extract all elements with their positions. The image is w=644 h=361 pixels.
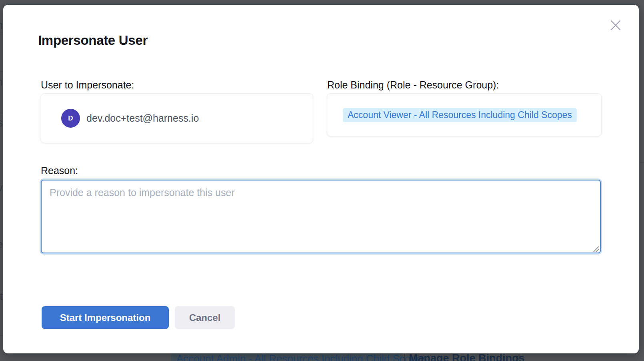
- close-icon: [610, 19, 622, 31]
- background-divider: [0, 335, 3, 336]
- background-separator: |: [518, 352, 520, 361]
- impersonate-user-dialog: Impersonate User User to Impersonate: Ro…: [3, 5, 639, 353]
- background-divider: [639, 162, 644, 163]
- background-text-fragment: ev: [0, 181, 3, 195]
- background-divider: [0, 114, 3, 114]
- reason-label: Reason:: [41, 165, 78, 176]
- background-divider: [0, 71, 3, 72]
- user-email: dev.doc+test@harness.io: [86, 112, 199, 124]
- role-binding-card: Account Viewer - All Resources Including…: [327, 93, 602, 136]
- user-to-impersonate-label: User to Impersonate:: [41, 79, 134, 91]
- background-text-fragment: ct: [0, 290, 3, 303]
- user-card: D dev.doc+test@harness.io: [41, 93, 313, 143]
- background-separator: |: [403, 352, 406, 361]
- background-manage-role-bindings-link: Manage Role Bindings: [409, 352, 525, 361]
- background-text-fragment: n: [0, 18, 3, 32]
- user-avatar: D: [61, 109, 80, 128]
- close-button[interactable]: [607, 17, 624, 34]
- role-binding-label: Role Binding (Role - Resource Group):: [327, 79, 499, 91]
- background-text-fragment: ve: [0, 238, 3, 251]
- role-binding-badge: Account Viewer - All Resources Including…: [343, 108, 577, 122]
- start-impersonation-button[interactable]: Start Impersonation: [42, 306, 169, 329]
- background-role-binding-label: Account Admin - All Resources Including …: [176, 353, 427, 361]
- background-text-fragment: s: [0, 116, 3, 130]
- background-divider: [0, 33, 3, 33]
- background-text-fragment: n: [0, 75, 3, 89]
- cancel-button[interactable]: Cancel: [175, 306, 235, 329]
- reason-input[interactable]: [41, 180, 601, 253]
- dialog-title: Impersonate User: [38, 33, 148, 48]
